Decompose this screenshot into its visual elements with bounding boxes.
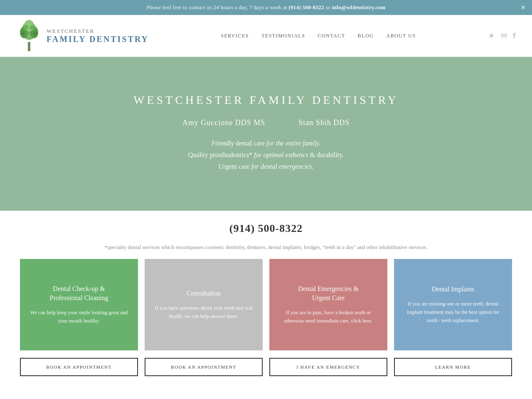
card-wrap-implants: Dental Implants If you are missing one o… [394,259,512,376]
facebook-icon[interactable]: f [513,32,515,40]
social-icons: ✶ ✉ f [488,31,515,41]
btn-emergency[interactable]: I HAVE AN EMERGENCY [269,358,387,376]
svg-rect-0 [28,42,30,51]
btn-implants[interactable]: LEARN MORE [394,358,512,376]
nav-services[interactable]: SERVICES [221,33,249,39]
card-consultation-desc: If you have questions about your teeth a… [153,304,254,320]
svg-point-6 [30,25,35,30]
hero-content: WESTCHESTER FAMILY DENTISTRY Amy Guccion… [133,94,399,175]
logo-top-line: WESTCHESTER [47,28,149,34]
card-implants-title: Dental Implants [432,285,475,294]
email-icon[interactable]: ✉ [501,31,507,40]
card-implants-desc: If you are missing one or more teeth, de… [402,300,504,325]
nav-testimonials[interactable]: TESTIMONIALS [261,33,305,39]
close-banner-button[interactable]: × [521,3,525,12]
card-checkup-desc: We can help keep your smile looking grea… [28,308,130,325]
logo-area[interactable]: WESTCHESTER FAMILY DENTISTRY [17,19,149,52]
card-emergency-title: Dental Emergencies &Urgent Care [298,284,358,303]
card-checkup: Dental Check-up &Professional Cleaning W… [20,259,138,350]
nav-about[interactable]: ABOUT US [386,33,416,39]
svg-point-5 [23,25,28,30]
logo-text: WESTCHESTER FAMILY DENTISTRY [47,28,149,44]
banner-phone[interactable]: (914) 500-8322 [288,4,324,10]
hero-title: WESTCHESTER FAMILY DENTISTRY [133,94,399,107]
hero-tagline-2: Quality prosthodontics* for optimal esth… [133,151,399,159]
btn-checkup[interactable]: BOOK AN APPOINTMENT [20,358,138,376]
header: WESTCHESTER FAMILY DENTISTRY SERVICES TE… [0,15,532,57]
card-emergency-desc: If you are in pain, have a broken tooth … [278,308,379,325]
nav-blog[interactable]: BLOG [358,33,374,39]
card-checkup-title: Dental Check-up &Professional Cleaning [50,284,108,303]
card-wrap-checkup: Dental Check-up &Professional Cleaning W… [20,259,138,376]
card-wrap-consultation: Consultation If you have questions about… [145,259,263,376]
hero-tagline-3: Urgent care for dental emergencies. [133,163,399,170]
cards-section: Dental Check-up &Professional Cleaning W… [0,259,532,376]
yelp-icon[interactable]: ✶ [488,31,495,41]
specialty-note: *specialty dental services which encompa… [37,239,495,259]
main-nav: SERVICES TESTIMONIALS CONTACT BLOG ABOUT… [221,33,416,39]
btn-consultation[interactable]: BOOK AN APPOINTMENT [145,358,263,376]
doctor2: Stan Shih DDS [298,118,350,127]
card-implants: Dental Implants If you are missing one o… [394,259,512,350]
doctor1: Amy Guccione DDS MS [182,118,266,127]
card-wrap-emergency: Dental Emergencies &Urgent Care If you a… [269,259,387,376]
svg-point-8 [33,32,37,36]
hero-doctors: Amy Guccione DDS MS Stan Shih DDS [133,118,399,127]
svg-point-7 [21,32,25,36]
phone-section: (914) 500-8322 [0,211,532,239]
banner-email[interactable]: info@wfdentistry.com [332,4,385,10]
banner-text: Please feel free to contact us 24 hours … [147,4,386,10]
card-consultation-title: Consultation [187,289,221,298]
phone-number[interactable]: (914) 500-8322 [8,222,524,235]
nav-contact[interactable]: CONTACT [318,33,345,39]
logo-bottom-line: FAMILY DENTISTRY [47,34,149,44]
card-emergency: Dental Emergencies &Urgent Care If you a… [269,259,387,350]
top-banner: Please feel free to contact us 24 hours … [0,0,532,15]
hero-section: WESTCHESTER FAMILY DENTISTRY Amy Guccion… [0,57,532,211]
logo-tree-icon [17,19,42,52]
card-consultation: Consultation If you have questions about… [145,259,263,350]
hero-tagline-1: Friendly dental care for the entire fami… [133,140,399,147]
